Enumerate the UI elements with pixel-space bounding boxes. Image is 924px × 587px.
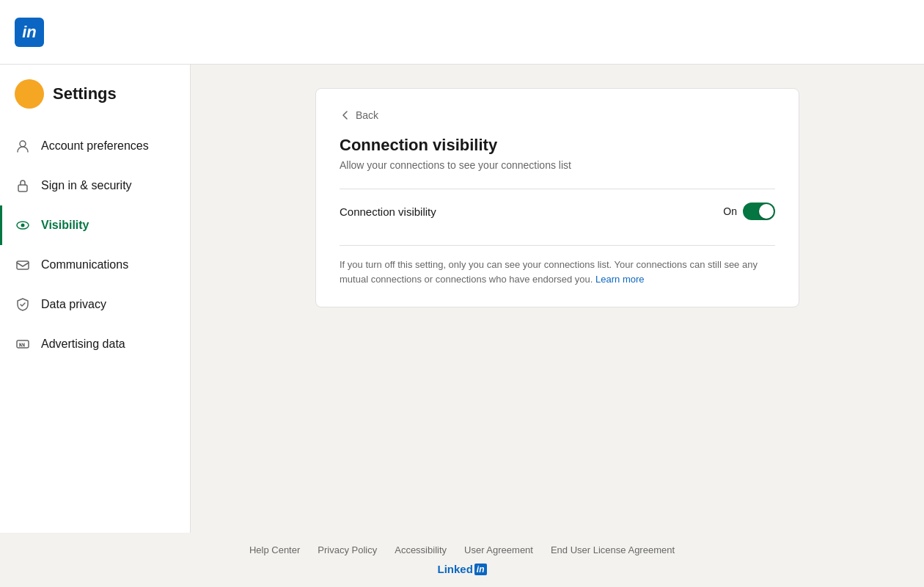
sidebar-item-label-account-preferences: Account preferences bbox=[41, 139, 149, 153]
toggle-state-label: On bbox=[723, 205, 737, 217]
eye-icon bbox=[15, 217, 31, 233]
settings-title: Settings bbox=[53, 84, 117, 103]
adbox-icon bbox=[15, 336, 31, 352]
envelope-icon bbox=[15, 257, 31, 273]
footer-logo: Linked in bbox=[15, 563, 909, 575]
linkedin-logo-icon[interactable]: in bbox=[15, 18, 44, 47]
main-content: Back Connection visibility Allow your co… bbox=[191, 65, 924, 533]
sidebar-item-advertising-data[interactable]: Advertising data bbox=[0, 324, 190, 364]
sidebar-item-visibility[interactable]: Visibility bbox=[0, 205, 190, 245]
svg-rect-1 bbox=[18, 185, 27, 192]
sidebar-item-label-advertising-data: Advertising data bbox=[41, 338, 125, 351]
footer-logo-text: Linked bbox=[437, 563, 472, 575]
setting-name: Connection visibility bbox=[340, 205, 436, 218]
back-link[interactable]: Back bbox=[340, 109, 775, 121]
learn-more-link[interactable]: Learn more bbox=[595, 274, 644, 285]
sidebar-item-sign-in-security[interactable]: Sign in & security bbox=[0, 166, 190, 205]
avatar bbox=[15, 79, 44, 109]
toggle-container: On bbox=[723, 203, 775, 220]
main-layout: Settings Account preferences Sign in & s… bbox=[0, 65, 924, 533]
svg-point-0 bbox=[20, 141, 26, 147]
card-subtitle: Allow your connections to see your conne… bbox=[340, 159, 775, 171]
sidebar-item-label-visibility: Visibility bbox=[41, 219, 89, 232]
top-navigation: in bbox=[0, 0, 924, 65]
footer-logo-box: in bbox=[474, 564, 487, 575]
svg-point-3 bbox=[21, 224, 25, 227]
footer-link-accessibility[interactable]: Accessibility bbox=[395, 544, 447, 555]
sidebar: Settings Account preferences Sign in & s… bbox=[0, 65, 191, 533]
footer: Help Center Privacy Policy Accessibility… bbox=[0, 533, 924, 587]
footer-link-eula[interactable]: End User License Agreement bbox=[551, 544, 675, 555]
sidebar-item-label-communications: Communications bbox=[41, 258, 128, 271]
shield-icon bbox=[15, 296, 31, 313]
person-icon bbox=[15, 138, 31, 154]
back-arrow-icon bbox=[340, 109, 351, 121]
sidebar-item-data-privacy[interactable]: Data privacy bbox=[0, 285, 190, 324]
footer-link-privacy-policy[interactable]: Privacy Policy bbox=[318, 544, 377, 555]
sidebar-item-label-sign-in-security: Sign in & security bbox=[41, 179, 132, 192]
sidebar-item-label-data-privacy: Data privacy bbox=[41, 298, 106, 311]
setting-note-text: If you turn off this setting, only you c… bbox=[340, 259, 758, 285]
toggle-knob bbox=[759, 204, 774, 219]
back-label: Back bbox=[356, 109, 378, 121]
setting-note: If you turn off this setting, only you c… bbox=[340, 245, 775, 286]
lock-icon bbox=[15, 178, 31, 194]
footer-link-help-center[interactable]: Help Center bbox=[249, 544, 300, 555]
connection-visibility-row: Connection visibility On bbox=[340, 189, 775, 233]
svg-rect-4 bbox=[17, 261, 29, 269]
connection-visibility-card: Back Connection visibility Allow your co… bbox=[315, 88, 799, 307]
sidebar-item-account-preferences[interactable]: Account preferences bbox=[0, 126, 190, 166]
footer-links: Help Center Privacy Policy Accessibility… bbox=[15, 544, 909, 555]
sidebar-item-communications[interactable]: Communications bbox=[0, 245, 190, 285]
footer-link-user-agreement[interactable]: User Agreement bbox=[464, 544, 533, 555]
settings-header: Settings bbox=[0, 79, 190, 126]
card-title: Connection visibility bbox=[340, 136, 775, 155]
connection-visibility-toggle[interactable] bbox=[743, 203, 775, 220]
